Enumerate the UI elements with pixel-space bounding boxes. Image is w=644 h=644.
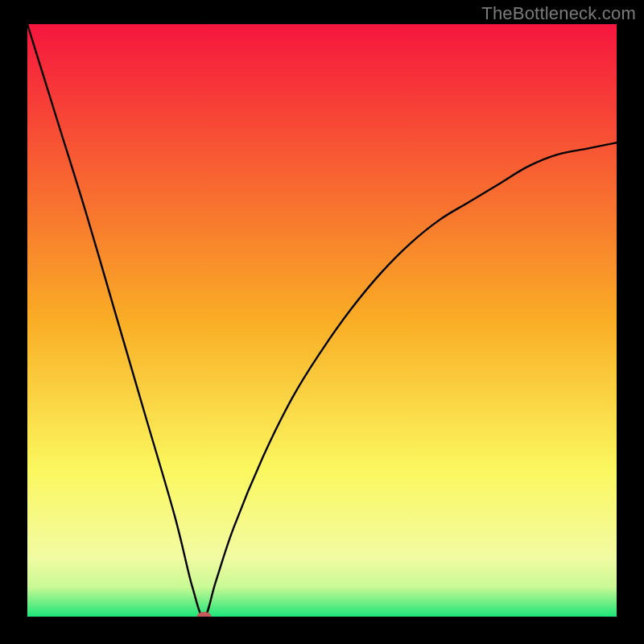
watermark-text: TheBottleneck.com [481, 3, 636, 24]
chart-svg [27, 24, 617, 617]
plot-area [27, 24, 617, 617]
chart-frame: TheBottleneck.com [0, 0, 644, 644]
gradient-background [27, 24, 617, 617]
